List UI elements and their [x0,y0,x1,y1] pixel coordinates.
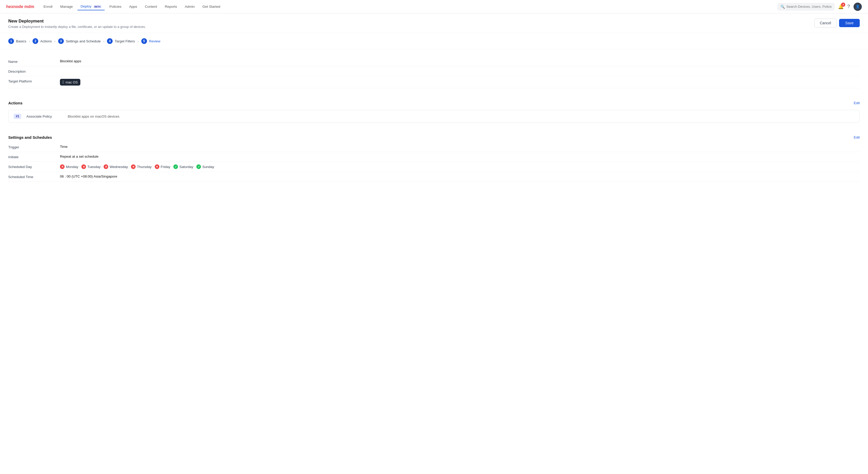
scheduled-time-value: 06 : 00 (UTC +08:00) Asia/Singapore [60,174,860,178]
day-label-saturday: Saturday [179,165,193,169]
step-review[interactable]: 5 Review [141,38,160,44]
day-item-friday: ✕Friday [155,165,170,169]
action-badge: #1 [14,114,21,119]
day-dot-thursday: ✕ [131,165,135,169]
actions-section-header: Actions Edit [8,98,860,108]
day-dot-friday: ✕ [155,165,159,169]
navbar-right: 🔍 🔔 4 ? 👤 [778,3,862,11]
notification-button[interactable]: 🔔 4 [838,4,844,9]
platform-badge:  mac OS [60,79,80,86]
day-list: ✕Monday✕Tuesday✕Wednesday✕Thursday✕Frida… [60,165,860,169]
navbar: hexnode mdm Enroll Manage Deploy BETA Po… [0,0,868,13]
header-actions: Cancel Save [814,19,860,27]
step-label-basics: Basics [16,39,26,43]
actions-section: Actions Edit #1 Associate Policy Blockli… [8,98,860,123]
cancel-button[interactable]: Cancel [814,19,836,27]
day-item-wednesday: ✕Wednesday [103,165,128,169]
nav-deploy[interactable]: Deploy BETA [78,3,105,10]
main-content: Name Blocklist apps Description Target P… [0,49,868,198]
trigger-field-row: Trigger Time [8,142,860,152]
day-item-thursday: ✕Thursday [131,165,151,169]
notification-badge: 4 [841,3,845,7]
name-value: Blocklist apps [60,59,860,63]
platform-value:  mac OS [60,79,860,86]
nav-enroll[interactable]: Enroll [40,3,56,10]
avatar-icon: 👤 [856,5,860,8]
search-bar: 🔍 [778,3,834,10]
save-button[interactable]: Save [839,19,860,27]
nav-manage[interactable]: Manage [57,3,76,10]
page-title: New Deployment [8,19,146,24]
step-arrow-4: › [137,39,138,43]
day-item-tuesday: ✕Tuesday [82,165,100,169]
stepper: 1 Basics › 2 Actions › 3 Settings and Sc… [0,33,868,49]
nav-content[interactable]: Content [142,3,160,10]
description-label: Description [8,69,60,73]
step-arrow-1: › [29,39,30,43]
step-circle-4: 4 [107,38,113,44]
step-target-filters[interactable]: 4 Target Filters [107,38,135,44]
step-circle-2: 2 [33,38,38,44]
nav-apps[interactable]: Apps [126,3,140,10]
step-label-actions: Actions [40,39,52,43]
step-circle-1: 1 [8,38,14,44]
day-dot-tuesday: ✕ [82,165,86,169]
step-label-review: Review [149,39,160,43]
actions-edit-link[interactable]: Edit [854,101,860,105]
nav-admin[interactable]: Admin [182,3,197,10]
step-settings[interactable]: 3 Settings and Schedule [58,38,101,44]
settings-section: Settings and Schedules Edit Trigger Time… [8,132,860,182]
scheduled-time-label: Scheduled Time [8,174,60,179]
day-dot-monday: ✕ [60,165,65,169]
page-subtitle: Create a Deployment to instantly deploy … [8,25,146,29]
scheduled-time-field-row: Scheduled Time 06 : 00 (UTC +08:00) Asia… [8,172,860,182]
macos-icon:  [63,80,64,85]
scheduled-day-field-row: Scheduled Day ✕Monday✕Tuesday✕Wednesday✕… [8,162,860,172]
page-header-text: New Deployment Create a Deployment to in… [8,19,146,29]
question-icon: ? [847,4,850,9]
day-item-sunday: ✓Sunday [196,165,214,169]
trigger-value: Time [60,145,860,149]
brand-logo: hexnode mdm [6,4,34,9]
page-header: New Deployment Create a Deployment to in… [0,13,868,33]
trigger-label: Trigger [8,145,60,149]
initiate-field-row: Initiate Repeat at a set schedule [8,152,860,162]
step-arrow-3: › [103,39,104,43]
platform-field-row: Target Platform  mac OS [8,76,860,88]
action-description: Blocklist apps on macOS devices [68,115,119,118]
day-label-friday: Friday [161,165,170,169]
day-dot-wednesday: ✕ [103,165,108,169]
day-label-monday: Monday [66,165,78,169]
step-circle-5: 5 [141,38,147,44]
step-label-settings: Settings and Schedule [66,39,101,43]
basics-section: Name Blocklist apps Description Target P… [8,57,860,88]
day-item-monday: ✕Monday [60,165,78,169]
step-arrow-2: › [54,39,55,43]
initiate-value: Repeat at a set schedule [60,154,860,158]
day-label-tuesday: Tuesday [87,165,100,169]
search-input[interactable] [786,5,832,8]
step-label-target-filters: Target Filters [115,39,135,43]
scheduled-day-label: Scheduled Day [8,165,60,169]
help-button[interactable]: ? [847,4,850,9]
beta-badge: BETA [94,5,102,8]
day-dot-sunday: ✓ [196,165,201,169]
initiate-label: Initiate [8,154,60,159]
user-avatar[interactable]: 👤 [854,3,862,11]
day-item-saturday: ✓Saturday [173,165,193,169]
action-type: Associate Policy [26,115,63,118]
name-label: Name [8,59,60,64]
day-label-thursday: Thursday [137,165,151,169]
day-label-sunday: Sunday [202,165,214,169]
step-circle-3: 3 [58,38,64,44]
nav-policies[interactable]: Policies [106,3,125,10]
nav-reports[interactable]: Reports [162,3,180,10]
settings-section-title: Settings and Schedules [8,135,52,140]
platform-text: mac OS [66,80,78,84]
day-dot-saturday: ✓ [173,165,178,169]
settings-section-header: Settings and Schedules Edit [8,132,860,142]
nav-get-started[interactable]: Get Started [199,3,223,10]
step-actions[interactable]: 2 Actions [33,38,52,44]
settings-edit-link[interactable]: Edit [854,136,860,139]
step-basics[interactable]: 1 Basics [8,38,26,44]
